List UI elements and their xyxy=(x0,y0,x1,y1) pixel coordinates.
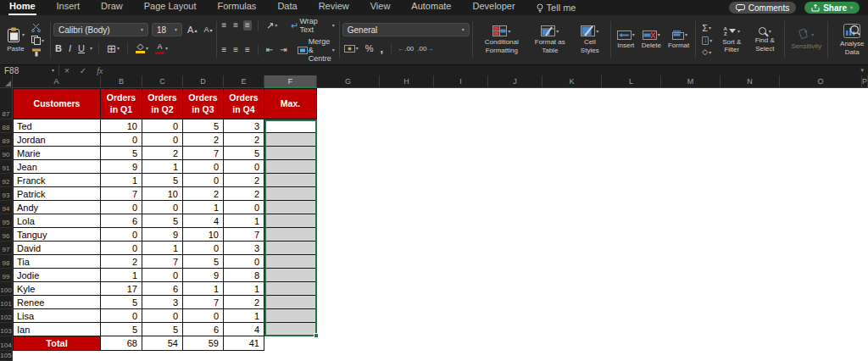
number-format-select[interactable]: General ▾ xyxy=(342,23,470,36)
find-select-button[interactable]: ▾ Find & Select xyxy=(749,26,780,53)
autosum-button[interactable]: Σ▾ xyxy=(700,24,714,33)
cell-D102[interactable]: 0 xyxy=(183,309,224,323)
cell-E94[interactable]: 0 xyxy=(224,201,264,214)
tab-automate[interactable]: Automate xyxy=(410,0,452,15)
cell-C100[interactable]: 6 xyxy=(142,282,183,296)
cell-F96[interactable] xyxy=(264,228,317,242)
align-center-button[interactable]: ≡ xyxy=(231,45,240,55)
cell-styles-button[interactable]: ▾ Cell Styles xyxy=(574,25,606,54)
cell-B92[interactable]: 1 xyxy=(101,174,142,187)
row-header-98[interactable]: 98 xyxy=(0,255,13,269)
cell-D94[interactable]: 1 xyxy=(183,201,224,214)
tab-view[interactable]: View xyxy=(370,0,392,15)
cell-F92[interactable] xyxy=(264,174,317,187)
cell-D103[interactable]: 6 xyxy=(183,323,224,336)
cell-E104-total[interactable]: 41 xyxy=(224,336,264,351)
cell-E99[interactable]: 8 xyxy=(224,269,264,282)
tab-insert[interactable]: Insert xyxy=(56,0,81,15)
cell-A95[interactable]: Lola xyxy=(13,214,101,228)
comma-style-button[interactable]: , xyxy=(379,42,386,55)
cell-D96[interactable]: 10 xyxy=(183,228,224,242)
insert-function-icon[interactable]: fx xyxy=(92,66,108,75)
cell-E93[interactable]: 2 xyxy=(224,187,264,201)
align-right-button[interactable]: ≡ xyxy=(243,45,252,55)
cell-B93[interactable]: 7 xyxy=(101,187,142,201)
cell-A92[interactable]: Franck xyxy=(13,174,101,187)
cell-A99[interactable]: Jodie xyxy=(13,269,101,282)
row-header-94[interactable]: 94 xyxy=(0,201,13,214)
cell-F93[interactable] xyxy=(264,187,317,201)
col-header-i[interactable]: I xyxy=(434,75,488,88)
cell-C103[interactable]: 5 xyxy=(142,323,183,336)
cell-B97[interactable]: 0 xyxy=(101,242,142,255)
cell-B88[interactable]: 10 xyxy=(101,119,142,133)
tab-draw[interactable]: Draw xyxy=(100,0,124,15)
cell-D92[interactable]: 0 xyxy=(183,174,224,187)
cell-A102[interactable]: Lisa xyxy=(13,309,101,323)
tab-review[interactable]: Review xyxy=(318,0,350,15)
row-header-95[interactable]: 95 xyxy=(0,214,13,228)
cell-D99[interactable]: 9 xyxy=(183,269,224,282)
cell-E101[interactable]: 2 xyxy=(224,296,264,309)
cell-F101[interactable] xyxy=(264,296,317,309)
cell-B99[interactable]: 1 xyxy=(101,269,142,282)
header-max[interactable]: Max. xyxy=(264,88,317,119)
cell-F99[interactable] xyxy=(264,269,317,282)
italic-button[interactable]: I xyxy=(67,43,73,53)
cell-A101[interactable]: Renee xyxy=(13,296,101,309)
analyse-data-button[interactable]: Analyse Data xyxy=(832,23,868,56)
cell-B98[interactable]: 2 xyxy=(101,255,142,269)
increase-indent-button[interactable]: ⇥ xyxy=(278,45,288,55)
cell-D100[interactable]: 1 xyxy=(183,282,224,296)
align-bottom-button[interactable]: ≡ xyxy=(243,20,252,31)
tab-home[interactable]: Home xyxy=(8,0,36,15)
col-header-k[interactable]: K xyxy=(542,75,602,88)
cell-B89[interactable]: 0 xyxy=(101,133,142,147)
cell-C101[interactable]: 3 xyxy=(142,296,183,309)
cell-F100[interactable] xyxy=(264,282,317,296)
row-header-93[interactable]: 93 xyxy=(0,187,13,201)
cell-B100[interactable]: 17 xyxy=(101,282,142,296)
cell-D93[interactable]: 2 xyxy=(183,187,224,201)
borders-button[interactable]: ⊞▾ xyxy=(105,43,121,54)
grow-font-button[interactable]: A▴ xyxy=(186,25,198,35)
row-header-96[interactable]: 96 xyxy=(0,228,13,242)
cell-D91[interactable]: 0 xyxy=(183,160,224,174)
cell-C88[interactable]: 0 xyxy=(142,119,183,133)
header-orders-q3[interactable]: Orders in Q3 xyxy=(183,88,224,119)
row-header-97[interactable]: 97 xyxy=(0,242,13,255)
cell-F102[interactable] xyxy=(264,309,317,323)
cut-button[interactable] xyxy=(30,23,46,32)
share-button[interactable]: Share ▾ xyxy=(804,2,860,14)
col-header-l[interactable]: L xyxy=(602,75,661,88)
delete-cells-button[interactable]: ▾ Delete xyxy=(640,30,663,50)
cell-F97[interactable] xyxy=(264,242,317,255)
conditional-formatting-button[interactable]: ▾ Conditional Formatting xyxy=(477,25,526,54)
cell-F88-active[interactable] xyxy=(264,119,317,133)
cell-D97[interactable]: 0 xyxy=(183,242,224,255)
cell-C104-total[interactable]: 54 xyxy=(142,336,183,351)
font-color-button[interactable]: A▾ xyxy=(153,43,170,54)
cell-E89[interactable]: 2 xyxy=(224,133,264,147)
clear-button[interactable]: ◇▾ xyxy=(700,48,714,56)
cell-C95[interactable]: 5 xyxy=(142,214,183,228)
percent-style-button[interactable]: % xyxy=(364,43,376,53)
cell-E88[interactable]: 3 xyxy=(224,119,264,133)
cell-A88[interactable]: Ted xyxy=(13,119,101,133)
col-header-c[interactable]: C xyxy=(142,75,183,88)
cell-D101[interactable]: 7 xyxy=(183,296,224,309)
col-header-g[interactable]: G xyxy=(317,75,380,88)
align-top-button[interactable]: ≡ xyxy=(220,20,228,31)
row-header-101[interactable]: 101 xyxy=(0,296,13,309)
col-header-m[interactable]: M xyxy=(661,75,721,88)
select-all-button[interactable] xyxy=(0,75,13,88)
cell-F98[interactable] xyxy=(264,255,317,269)
col-header-e[interactable]: E xyxy=(224,75,264,88)
cell-B101[interactable]: 5 xyxy=(101,296,142,309)
col-header-p[interactable]: P xyxy=(862,75,868,88)
cell-B102[interactable]: 0 xyxy=(101,309,142,323)
row-header-105[interactable]: 105 xyxy=(0,351,13,361)
cell-C98[interactable]: 7 xyxy=(142,255,183,269)
cell-B90[interactable]: 5 xyxy=(101,147,142,160)
cell-C97[interactable]: 1 xyxy=(142,242,183,255)
